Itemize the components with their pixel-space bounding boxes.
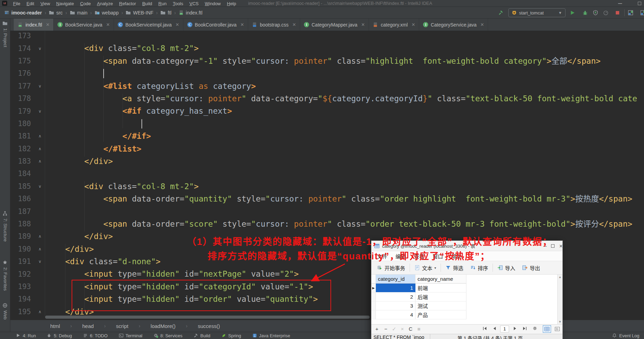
navicat-tool-2[interactable]: 文本▾	[411, 264, 440, 271]
code-line-181[interactable]: 181∧ </#if>	[10, 130, 644, 142]
build-project-button[interactable]	[498, 10, 504, 16]
bottom-breadcrumb-head[interactable]: head	[82, 323, 94, 329]
debug-button[interactable]	[582, 10, 588, 16]
data-grid[interactable]: category_idcategory_name▶1前端2后端3测试4产品 ▲ …	[371, 275, 562, 324]
row-selector-cell[interactable]	[371, 301, 376, 310]
form-view-toggle[interactable]	[553, 325, 561, 333]
code-line-182[interactable]: 182∧ </#list>	[10, 143, 644, 155]
scroll-up-icon[interactable]: ▲	[559, 275, 562, 279]
breadcrumb-item-webapp[interactable]: webapp	[95, 10, 119, 16]
menu-refactor[interactable]: Refactor	[116, 1, 139, 6]
fold-marker-icon[interactable]: ∧	[34, 134, 46, 138]
code-line-177[interactable]: 177∨ <#list categoryList as category>	[10, 80, 644, 92]
sidebar-item-favorites[interactable]: 2: Favorites	[0, 260, 10, 291]
edge-toolbar-button[interactable]	[640, 10, 644, 16]
code-line-179[interactable]: 179∨ <#if category_has_next>	[10, 105, 644, 117]
bottom-breadcrumb-success[interactable]: success()	[198, 323, 220, 329]
row-selector-cell[interactable]	[371, 310, 376, 319]
table-row[interactable]: ▶1前端	[371, 284, 562, 292]
grid-view-toggle[interactable]	[543, 325, 551, 333]
breadcrumb-item-web-inf[interactable]: WEB-INF	[126, 10, 153, 16]
statusbar-item-java-enterprise[interactable]: Java Enterprise	[252, 333, 290, 338]
grid-settings-button[interactable]	[532, 326, 539, 331]
cell-category-name[interactable]: 测试	[415, 301, 466, 310]
tab-index-ftl[interactable]: index.ftl✕	[14, 19, 54, 31]
close-tab-icon[interactable]: ✕	[361, 22, 365, 27]
code-line-184[interactable]: 184	[10, 167, 644, 180]
navicat-tool-4[interactable]: 排序	[467, 264, 492, 271]
sidebar-item-project[interactable]: 1: Project	[0, 21, 10, 47]
fold-marker-icon[interactable]: ∧	[34, 247, 46, 251]
fold-marker-icon[interactable]: ∨	[34, 259, 46, 264]
tab-bookcontroller-java[interactable]: CBookController.java✕	[183, 19, 248, 31]
tab-bookservice-java[interactable]: IBookService.java✕	[54, 19, 114, 31]
minimize-window-icon[interactable]: ─	[618, 0, 622, 7]
statusbar-item-4--run[interactable]: 4: Run	[16, 333, 36, 338]
run-with-coverage-button[interactable]	[593, 10, 598, 16]
profiler-button[interactable]	[603, 10, 609, 16]
row-selector-cell[interactable]: ▶	[371, 284, 376, 292]
code-line-188[interactable]: 188 <span data-order="score" style="curs…	[10, 218, 644, 230]
breadcrumb-item-main[interactable]: main	[70, 10, 87, 16]
close-tab-icon[interactable]: ✕	[481, 22, 484, 27]
fold-marker-icon[interactable]: ∧	[34, 234, 46, 239]
close-tab-icon[interactable]: ✕	[240, 22, 244, 27]
fold-marker-icon[interactable]: ∨	[34, 184, 46, 189]
first-record-button[interactable]	[482, 326, 489, 331]
menu-run[interactable]: Run	[155, 1, 170, 6]
table-row[interactable]: 3测试	[371, 301, 562, 310]
code-line-178[interactable]: 178 <a style="cursor: pointer" data-cate…	[10, 92, 644, 105]
statusbar-item-build[interactable]: Build	[193, 333, 210, 338]
row-selector-cell[interactable]	[371, 292, 376, 301]
navicat-tool-5[interactable]: 导入	[494, 264, 519, 271]
code-line-180[interactable]: 180	[10, 117, 644, 130]
navicat-close-icon[interactable]: ✕	[559, 244, 563, 249]
discard-changes-button[interactable]: ×	[399, 326, 406, 332]
event-log-button[interactable]: Event Log	[612, 333, 640, 338]
cell-category-id[interactable]: 3	[376, 301, 415, 310]
bottom-breadcrumb-html[interactable]: html	[50, 323, 60, 329]
breadcrumb-item-index-ftl[interactable]: index.ftl	[179, 10, 202, 16]
close-tab-icon[interactable]: ✕	[412, 22, 415, 27]
fold-marker-icon[interactable]: ∨	[34, 46, 46, 51]
tab-bookserviceimpl-java[interactable]: CBookServiceImpl.java✕	[114, 19, 183, 31]
code-line-176[interactable]: 176	[10, 67, 644, 80]
stop-query-button[interactable]: ■	[415, 326, 422, 332]
fold-marker-icon[interactable]: ∨	[34, 109, 46, 114]
cell-category-name[interactable]: 后端	[415, 292, 466, 301]
editor-horizontal-scrollbar[interactable]	[45, 316, 370, 319]
cell-category-id[interactable]: 2	[376, 292, 415, 301]
tab-bootstrap-css[interactable]: bootstrap.css✕	[248, 19, 300, 31]
code-line-187[interactable]: 187	[10, 205, 644, 217]
cell-category-name[interactable]: 产品	[415, 310, 466, 319]
code-line-186[interactable]: 186 <span data-order="quantity" style="c…	[10, 193, 644, 205]
menu-window[interactable]: Window	[202, 1, 224, 6]
tab-category-xml[interactable]: category.xml✕	[369, 19, 419, 31]
tool-windows-button[interactable]	[628, 10, 633, 16]
menu-navigate[interactable]: Navigate	[53, 1, 77, 6]
breadcrumb-item-ftl[interactable]: ftl	[160, 10, 171, 16]
close-tab-icon[interactable]: ✕	[106, 22, 110, 27]
fold-marker-icon[interactable]: ∨	[34, 84, 46, 89]
scroll-down-icon[interactable]: ▼	[559, 320, 562, 323]
navicat-tool-3[interactable]: 筛选	[442, 264, 467, 271]
next-record-button[interactable]	[513, 326, 519, 331]
cell-category-id[interactable]: 4	[376, 310, 415, 319]
column-header-category-id[interactable]: category_id	[376, 275, 415, 284]
apply-changes-button[interactable]: ✓	[391, 326, 398, 332]
maximize-window-icon[interactable]	[638, 2, 641, 5]
menu-file[interactable]: File	[10, 1, 23, 6]
previous-record-button[interactable]	[492, 326, 499, 331]
code-line-173[interactable]: 173	[10, 31, 644, 42]
statusbar-item-8--services[interactable]: 8: Services	[154, 333, 182, 338]
bottom-breadcrumb-script[interactable]: script	[116, 323, 128, 329]
sidebar-item-web[interactable]: Web	[0, 303, 10, 320]
run-button[interactable]	[570, 10, 575, 16]
code-line-174[interactable]: 174∨ <div class="col-8 mt-2">	[10, 42, 644, 54]
navicat-tool-6[interactable]: 导出	[519, 264, 543, 271]
close-tab-icon[interactable]: ✕	[46, 22, 50, 27]
breadcrumb-item-src[interactable]: src	[49, 10, 63, 16]
menu-build[interactable]: Build	[139, 1, 155, 6]
menu-view[interactable]: View	[37, 1, 53, 6]
navicat-tool-1[interactable]: 开始事务	[373, 264, 409, 271]
